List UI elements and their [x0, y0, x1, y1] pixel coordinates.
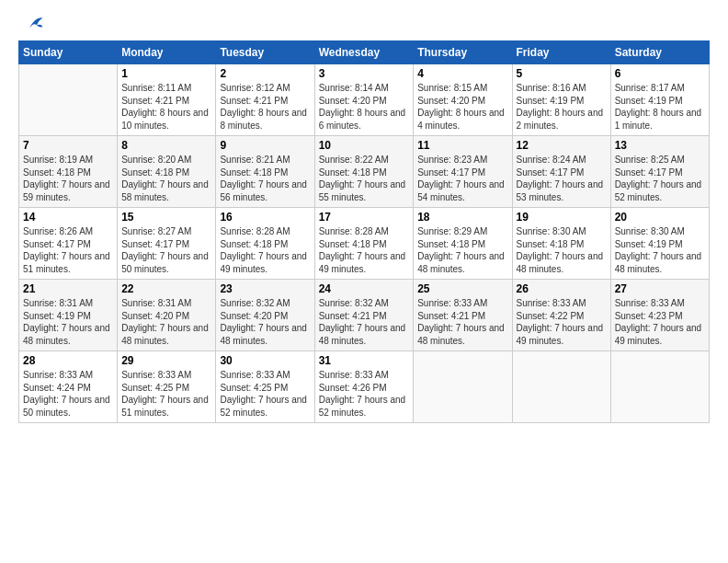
day-info: Sunrise: 8:28 AMSunset: 4:18 PMDaylight:…: [220, 225, 310, 275]
calendar-day-cell: 28Sunrise: 8:33 AMSunset: 4:24 PMDayligh…: [19, 351, 118, 423]
day-info: Sunrise: 8:33 AMSunset: 4:25 PMDaylight:…: [220, 369, 310, 419]
calendar-day-cell: 10Sunrise: 8:22 AMSunset: 4:18 PMDayligh…: [314, 136, 414, 208]
calendar-day-cell: 18Sunrise: 8:29 AMSunset: 4:18 PMDayligh…: [414, 208, 512, 280]
calendar-day-cell: 12Sunrise: 8:24 AMSunset: 4:17 PMDayligh…: [512, 136, 610, 208]
day-number: 27: [615, 282, 705, 295]
day-info: Sunrise: 8:33 AMSunset: 4:23 PMDaylight:…: [615, 297, 705, 347]
day-number: 24: [319, 282, 410, 295]
day-info: Sunrise: 8:33 AMSunset: 4:21 PMDaylight:…: [417, 297, 507, 347]
day-number: 5: [517, 67, 607, 80]
day-info: Sunrise: 8:15 AMSunset: 4:20 PMDaylight:…: [417, 82, 507, 132]
calendar-day-cell: 1Sunrise: 8:11 AMSunset: 4:21 PMDaylight…: [118, 64, 216, 136]
day-info: Sunrise: 8:27 AMSunset: 4:17 PMDaylight:…: [121, 225, 211, 275]
calendar-table: SundayMondayTuesdayWednesdayThursdayFrid…: [18, 40, 710, 423]
calendar-day-cell: 17Sunrise: 8:28 AMSunset: 4:18 PMDayligh…: [314, 208, 414, 280]
day-info: Sunrise: 8:25 AMSunset: 4:17 PMDaylight:…: [615, 154, 705, 203]
day-info: Sunrise: 8:33 AMSunset: 4:26 PMDaylight:…: [319, 369, 410, 419]
day-info: Sunrise: 8:29 AMSunset: 4:18 PMDaylight:…: [417, 225, 507, 275]
calendar-day-cell: 11Sunrise: 8:23 AMSunset: 4:17 PMDayligh…: [414, 136, 512, 208]
day-info: Sunrise: 8:23 AMSunset: 4:17 PMDaylight:…: [417, 154, 507, 203]
calendar-day-cell: 26Sunrise: 8:33 AMSunset: 4:22 PMDayligh…: [512, 280, 610, 351]
day-number: 30: [220, 354, 310, 367]
day-number: 3: [319, 67, 410, 80]
day-number: 2: [220, 67, 310, 80]
day-info: Sunrise: 8:30 AMSunset: 4:19 PMDaylight:…: [615, 225, 705, 275]
weekday-header: Thursday: [414, 41, 512, 64]
day-info: Sunrise: 8:31 AMSunset: 4:19 PMDaylight:…: [23, 297, 113, 347]
day-number: 4: [417, 67, 507, 80]
day-number: 18: [417, 211, 507, 224]
day-number: 20: [615, 211, 705, 224]
day-info: Sunrise: 8:33 AMSunset: 4:22 PMDaylight:…: [517, 297, 607, 347]
day-number: 26: [517, 282, 607, 295]
day-number: 8: [121, 139, 211, 152]
day-info: Sunrise: 8:21 AMSunset: 4:18 PMDaylight:…: [220, 154, 310, 203]
day-info: Sunrise: 8:33 AMSunset: 4:25 PMDaylight:…: [121, 369, 211, 419]
day-number: 21: [23, 282, 113, 295]
weekday-header: Saturday: [610, 41, 709, 64]
day-number: 13: [615, 139, 705, 152]
calendar-day-cell: [19, 64, 118, 136]
weekday-header: Friday: [512, 41, 610, 64]
calendar-week-row: 21Sunrise: 8:31 AMSunset: 4:19 PMDayligh…: [19, 280, 710, 351]
calendar-week-row: 1Sunrise: 8:11 AMSunset: 4:21 PMDaylight…: [19, 64, 710, 136]
day-number: 29: [121, 354, 211, 367]
day-number: 16: [220, 211, 310, 224]
day-number: 23: [220, 282, 310, 295]
day-number: 22: [121, 282, 211, 295]
page: SundayMondayTuesdayWednesdayThursdayFrid…: [0, 0, 728, 563]
day-number: 1: [121, 67, 211, 80]
calendar-day-cell: 6Sunrise: 8:17 AMSunset: 4:19 PMDaylight…: [610, 64, 709, 136]
day-info: Sunrise: 8:28 AMSunset: 4:18 PMDaylight:…: [319, 225, 410, 275]
day-number: 12: [517, 139, 607, 152]
calendar-day-cell: 21Sunrise: 8:31 AMSunset: 4:19 PMDayligh…: [19, 280, 118, 351]
weekday-header: Tuesday: [216, 41, 314, 64]
calendar-day-cell: 29Sunrise: 8:33 AMSunset: 4:25 PMDayligh…: [118, 351, 216, 423]
day-info: Sunrise: 8:16 AMSunset: 4:19 PMDaylight:…: [517, 82, 607, 132]
day-info: Sunrise: 8:19 AMSunset: 4:18 PMDaylight:…: [23, 154, 113, 203]
day-number: 19: [517, 211, 607, 224]
day-info: Sunrise: 8:22 AMSunset: 4:18 PMDaylight:…: [319, 154, 410, 203]
weekday-header: Monday: [118, 41, 216, 64]
calendar-day-cell: 15Sunrise: 8:27 AMSunset: 4:17 PMDayligh…: [118, 208, 216, 280]
calendar-day-cell: 22Sunrise: 8:31 AMSunset: 4:20 PMDayligh…: [118, 280, 216, 351]
day-number: 31: [319, 354, 410, 367]
calendar-day-cell: 4Sunrise: 8:15 AMSunset: 4:20 PMDaylight…: [414, 64, 512, 136]
day-info: Sunrise: 8:11 AMSunset: 4:21 PMDaylight:…: [121, 82, 211, 132]
calendar-week-row: 14Sunrise: 8:26 AMSunset: 4:17 PMDayligh…: [19, 208, 710, 280]
day-number: 14: [23, 211, 113, 224]
day-info: Sunrise: 8:33 AMSunset: 4:24 PMDaylight:…: [23, 369, 113, 419]
day-number: 28: [23, 354, 113, 367]
day-info: Sunrise: 8:17 AMSunset: 4:19 PMDaylight:…: [615, 82, 705, 132]
day-info: Sunrise: 8:26 AMSunset: 4:17 PMDaylight:…: [23, 225, 113, 275]
day-info: Sunrise: 8:12 AMSunset: 4:21 PMDaylight:…: [220, 82, 310, 132]
day-info: Sunrise: 8:14 AMSunset: 4:20 PMDaylight:…: [319, 82, 410, 132]
logo-bird-icon: [22, 15, 44, 31]
calendar-day-cell: 8Sunrise: 8:20 AMSunset: 4:18 PMDaylight…: [118, 136, 216, 208]
header: [18, 15, 710, 31]
day-number: 6: [615, 67, 705, 80]
calendar-day-cell: [610, 351, 709, 423]
day-number: 11: [417, 139, 507, 152]
calendar-day-cell: 31Sunrise: 8:33 AMSunset: 4:26 PMDayligh…: [314, 351, 414, 423]
calendar-day-cell: 16Sunrise: 8:28 AMSunset: 4:18 PMDayligh…: [216, 208, 314, 280]
day-info: Sunrise: 8:32 AMSunset: 4:21 PMDaylight:…: [319, 297, 410, 347]
calendar-day-cell: 3Sunrise: 8:14 AMSunset: 4:20 PMDaylight…: [314, 64, 414, 136]
calendar-day-cell: 13Sunrise: 8:25 AMSunset: 4:17 PMDayligh…: [610, 136, 709, 208]
calendar-day-cell: 24Sunrise: 8:32 AMSunset: 4:21 PMDayligh…: [314, 280, 414, 351]
day-info: Sunrise: 8:31 AMSunset: 4:20 PMDaylight:…: [121, 297, 211, 347]
day-number: 17: [319, 211, 410, 224]
calendar-header-row: SundayMondayTuesdayWednesdayThursdayFrid…: [19, 41, 710, 64]
calendar-day-cell: 27Sunrise: 8:33 AMSunset: 4:23 PMDayligh…: [610, 280, 709, 351]
calendar-day-cell: 30Sunrise: 8:33 AMSunset: 4:25 PMDayligh…: [216, 351, 314, 423]
calendar-day-cell: 23Sunrise: 8:32 AMSunset: 4:20 PMDayligh…: [216, 280, 314, 351]
day-number: 15: [121, 211, 211, 224]
calendar-week-row: 7Sunrise: 8:19 AMSunset: 4:18 PMDaylight…: [19, 136, 710, 208]
calendar-week-row: 28Sunrise: 8:33 AMSunset: 4:24 PMDayligh…: [19, 351, 710, 423]
day-info: Sunrise: 8:24 AMSunset: 4:17 PMDaylight:…: [517, 154, 607, 203]
day-info: Sunrise: 8:32 AMSunset: 4:20 PMDaylight:…: [220, 297, 310, 347]
calendar-day-cell: [512, 351, 610, 423]
day-info: Sunrise: 8:20 AMSunset: 4:18 PMDaylight:…: [121, 154, 211, 203]
calendar-day-cell: 25Sunrise: 8:33 AMSunset: 4:21 PMDayligh…: [414, 280, 512, 351]
day-number: 10: [319, 139, 410, 152]
